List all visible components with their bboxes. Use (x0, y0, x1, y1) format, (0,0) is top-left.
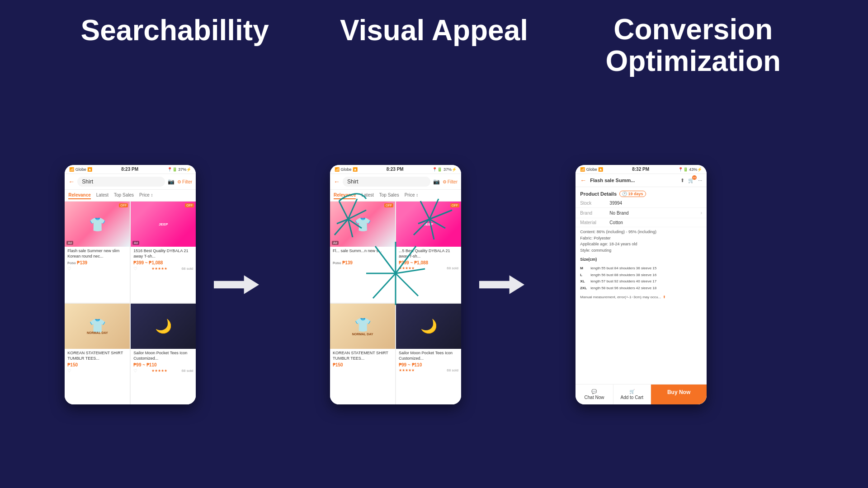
more-icon[interactable]: ··· (698, 178, 702, 183)
off-badge-2: OFF (185, 203, 194, 207)
measurement-note: Manual measurement, error(+-1~3cm) may o… (576, 293, 707, 301)
carrier-2: 📶 Globe 🔼 (335, 167, 358, 172)
phone-mockup-2: 📶 Globe 🔼 8:23 PM 📍🔋 37%⚡ ← Shirt 📷 (330, 165, 461, 404)
product-card-2[interactable]: JEEP OFF Ad 1516 Best Quality DYBALA 21 … (131, 202, 196, 303)
phone-mockup-1: 📶 Globe 🔼 8:23 PM 📍🔋 37%⚡ ← Shirt 📷 ⚙ (65, 165, 196, 404)
product-card-2-4[interactable]: 🌙 Sailor Moon Pocket Tees Icon Customize… (396, 304, 461, 405)
product-image-2-2: JEEP OFF (396, 202, 461, 247)
product-price-2-1: ₱350 ₱139 (333, 260, 392, 265)
product-price-2: ₱399 ~ ₱1,088 (133, 260, 193, 265)
back-arrow-1[interactable]: ← (68, 178, 75, 185)
heart-icon-2[interactable]: ♡ (133, 266, 137, 271)
search-box-1[interactable]: Shirt (77, 177, 165, 187)
product-name-3: KOREAN STATEMENT SHIRT TUMBLR TEES... (67, 351, 127, 361)
filter-btn-1[interactable]: ⚙ Filter (177, 179, 192, 184)
searchability-title: Searchabillity (45, 14, 304, 47)
heart-icon-1[interactable]: ♡ (67, 266, 71, 271)
status-bar-3: 📶 Globe 🔼 8:32 PM 📍🔋 43%⚡ (576, 165, 707, 174)
tabs-bar-2: Relevance Latest Top Sales Price ↕ (330, 190, 461, 202)
product-price-2-4: ₱99 ~ ₱110 (399, 362, 458, 367)
tab-price-1[interactable]: Price ↕ (139, 192, 153, 199)
phones-row: 📶 Globe 🔼 8:23 PM 📍🔋 37%⚡ ← Shirt 📷 ⚙ (27, 95, 841, 474)
product-image-4: 🌙 (131, 304, 196, 349)
search-text-1: Shirt (82, 178, 93, 185)
note-icon: ⬆ (663, 295, 666, 299)
filter-label-2: Filter (448, 179, 458, 184)
carrier-3: 📶 Globe 🔼 (580, 167, 603, 172)
battery-1: 📍🔋 37%⚡ (167, 167, 192, 172)
tab-price-2[interactable]: Price ↕ (405, 192, 419, 199)
time-2: 8:23 PM (387, 167, 404, 172)
camera-icon-1[interactable]: 📷 (168, 178, 175, 185)
filter-icon-2: ⚙ (443, 179, 447, 184)
detail-row-stock: Stock 39994 (576, 199, 707, 208)
product-card-3[interactable]: 👕 NORMAL DAY KOREAN STATEMENT SHIRT TUMB… (65, 304, 130, 405)
product-card-2-1[interactable]: 👕 OFF Ad Fl... sale Summ...n new s... ₱3… (330, 202, 395, 303)
detail-back-arrow[interactable]: ← (580, 177, 586, 184)
tab-latest-2[interactable]: Latest (361, 192, 373, 199)
tab-topsales-1[interactable]: Top Sales (114, 192, 134, 199)
svg-marker-0 (214, 276, 259, 295)
product-card-2-2[interactable]: JEEP OFF ...5 Best Quality DYBALA 21 awa… (396, 202, 461, 303)
size-row-xl: XL length 57 bust 92 shoulders 40 sleeve… (580, 278, 702, 285)
product-price-4: ₱99 ~ ₱110 (133, 362, 193, 367)
share-icon[interactable]: ⬆ (680, 178, 684, 183)
ad-badge-2: Ad (132, 241, 139, 245)
tab-relevance-1[interactable]: Relevance (68, 192, 90, 199)
heart-icon-4[interactable]: ♡ (133, 368, 137, 373)
detail-row-brand[interactable]: Brand No Brand › (576, 208, 707, 218)
svg-marker-23 (479, 276, 524, 295)
camera-icon-2[interactable]: 📷 (433, 178, 440, 185)
cart-icon[interactable]: 🛒99 (688, 178, 694, 183)
sold-count-4: 68 sold (182, 369, 193, 373)
status-bar-1: 📶 Globe 🔼 8:23 PM 📍🔋 37%⚡ (65, 165, 196, 174)
product-image-3: 👕 NORMAL DAY (65, 304, 130, 349)
fabric-detail: Fabric: Polyester (580, 235, 702, 242)
product-price-1: ₱350 ₱139 (67, 260, 127, 265)
product-name-1: Flash sale Summer new slim Korean round … (67, 249, 127, 259)
add-to-cart-btn[interactable]: 🛒 Add to Cart (613, 385, 651, 404)
heart-icon-3[interactable]: ♡ (67, 368, 71, 373)
tab-topsales-2[interactable]: Top Sales (379, 192, 399, 199)
stars-2-2: ★★★★★ (399, 266, 415, 270)
chat-icon: 💬 (591, 389, 597, 394)
cart-btn-icon: 🛒 (629, 389, 635, 394)
style-detail: Style: commuting (580, 248, 702, 254)
product-card-4[interactable]: 🌙 Sailor Moon Pocket Tees Icon Customize… (131, 304, 196, 405)
buy-now-label: Buy Now (667, 389, 690, 395)
search-box-2[interactable]: Shirt (343, 177, 430, 187)
phone-section-3: 📶 Globe 🔼 8:32 PM 📍🔋 43%⚡ ← Flash sale S… (566, 165, 832, 404)
stars-4: ★★★★★ (151, 369, 167, 373)
product-name-2-3: KOREAN STATEMENT SHIRT TUMBLR TEES... (333, 351, 392, 361)
off-badge-2-1: OFF (384, 203, 393, 207)
material-label: Material (580, 220, 609, 225)
buy-now-btn[interactable]: Buy Now (651, 385, 707, 404)
product-card-2-3[interactable]: 👕 NORMAL DAY KOREAN STATEMENT SHIRT TUMB… (330, 304, 395, 405)
tab-latest-1[interactable]: Latest (96, 192, 108, 199)
filter-btn-2[interactable]: ⚙ Filter (443, 179, 458, 184)
chat-now-btn[interactable]: 💬 Chat Now (576, 385, 613, 404)
sold-count-2-2: 68 sold (447, 266, 458, 270)
detail-header: ← Flash sale Summ... ⬆ 🛒99 ··· (576, 174, 707, 187)
product-card-1[interactable]: 👕 OFF Ad Flash sale Summer new slim Kore… (65, 202, 130, 303)
note-text: Manual measurement, error(+-1~3cm) may o… (580, 295, 661, 299)
ad-badge-2-1: Ad (332, 241, 339, 245)
detail-icons: ⬆ 🛒99 ··· (680, 178, 702, 183)
detail-actions: 💬 Chat Now 🛒 Add to Cart Buy Now (576, 384, 707, 404)
search-area-2: ← Shirt 📷 ⚙ Filter (330, 174, 461, 190)
product-info-2-3: KOREAN STATEMENT SHIRT TUMBLR TEES... ₱1… (330, 349, 395, 369)
product-grid-2: 👕 OFF Ad Fl... sale Summ...n new s... ₱3… (330, 202, 461, 404)
carrier-1: 📶 Globe 🔼 (69, 167, 92, 172)
chat-label: Chat Now (585, 395, 604, 400)
arrow-svg-2 (479, 271, 524, 298)
product-name-2-1: Fl... sale Summ...n new s... (333, 249, 392, 259)
tab-relevance-2[interactable]: Relevance (334, 192, 356, 199)
phone-wrapper-2: 📶 Globe 🔼 8:23 PM 📍🔋 37%⚡ ← Shirt 📷 (330, 165, 461, 404)
cart-label: Add to Cart (620, 395, 643, 400)
back-arrow-2[interactable]: ← (334, 178, 340, 185)
product-info-1: Flash sale Summer new slim Korean round … (65, 247, 130, 273)
product-name-2-2: ...5 Best Quality DYBALA 21 away T-sh... (399, 249, 458, 259)
product-image-2-3: 👕 NORMAL DAY (330, 304, 395, 349)
detail-section-title: Product Details 🕐 19 days (576, 187, 707, 199)
product-image-1: 👕 OFF Ad (65, 202, 130, 247)
